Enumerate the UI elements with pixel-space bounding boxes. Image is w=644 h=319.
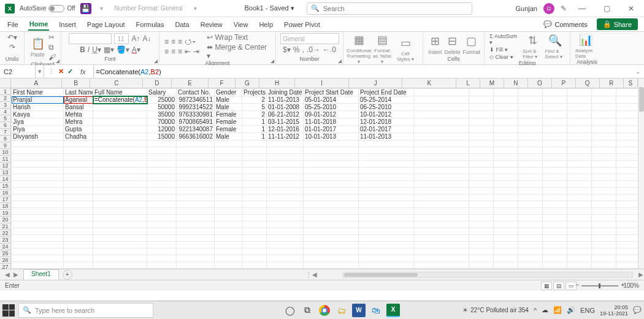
cell[interactable]: 11-11-2012 <box>267 133 304 140</box>
cell[interactable] <box>414 89 469 96</box>
cell[interactable] <box>414 154 469 161</box>
cell[interactable]: Mehra <box>64 118 93 126</box>
cell[interactable] <box>616 228 641 235</box>
tell-me-search[interactable]: 🔍 <box>307 2 472 15</box>
cell[interactable] <box>12 181 64 188</box>
format-cells-button[interactable]: ▢Format <box>463 34 481 55</box>
tab-help[interactable]: Help <box>258 19 274 30</box>
cell[interactable] <box>93 111 147 118</box>
cell[interactable] <box>616 133 641 140</box>
cell[interactable] <box>414 161 469 167</box>
cell[interactable] <box>93 262 147 269</box>
cell[interactable] <box>469 111 494 118</box>
cell[interactable] <box>469 269 494 269</box>
cell[interactable] <box>147 269 177 269</box>
cell[interactable]: 9992314522 <box>177 104 215 111</box>
cell[interactable] <box>592 269 616 269</box>
cell[interactable] <box>304 147 359 154</box>
cell[interactable] <box>616 104 641 111</box>
tab-insert[interactable]: Insert <box>58 19 77 30</box>
cell[interactable]: 2 <box>242 111 267 118</box>
cell[interactable] <box>12 167 64 174</box>
cell[interactable] <box>567 154 592 161</box>
cell[interactable] <box>12 201 64 208</box>
cell[interactable] <box>616 96 641 104</box>
expand-formula-bar-icon[interactable]: ⌄ <box>635 68 640 75</box>
cell[interactable] <box>567 161 592 167</box>
cell[interactable] <box>359 228 414 235</box>
share-button[interactable]: 🔒 Share <box>597 18 638 30</box>
cell[interactable] <box>215 167 242 174</box>
cell[interactable] <box>494 140 518 147</box>
column-header[interactable]: B <box>62 79 91 88</box>
cell[interactable] <box>414 201 469 208</box>
row-header[interactable]: 16 <box>0 190 10 196</box>
cell[interactable]: Mehta <box>64 111 93 118</box>
cell[interactable]: 9663616002 <box>177 133 215 140</box>
cell[interactable] <box>93 154 147 161</box>
cell[interactable] <box>543 118 567 126</box>
cell[interactable] <box>64 235 93 242</box>
row-header[interactable]: 11 <box>0 156 10 163</box>
cell[interactable]: 1 <box>242 126 267 133</box>
cell[interactable] <box>567 111 592 118</box>
cell[interactable] <box>242 221 267 228</box>
row-header[interactable]: 1 <box>0 88 10 95</box>
cell[interactable] <box>494 242 518 248</box>
cell[interactable] <box>93 161 147 167</box>
cell[interactable] <box>93 201 147 208</box>
cell[interactable]: Pranjal <box>12 96 64 104</box>
cell[interactable] <box>414 111 469 118</box>
cell[interactable] <box>567 174 592 181</box>
cell[interactable]: 9221340087 <box>177 126 215 133</box>
cell[interactable]: Male <box>215 104 242 111</box>
cell[interactable] <box>147 154 177 161</box>
cell[interactable] <box>242 255 267 262</box>
copy-icon[interactable]: ⧉ <box>48 43 56 52</box>
row-header[interactable]: 2 <box>0 95 10 102</box>
cell[interactable] <box>215 154 242 161</box>
cell[interactable] <box>12 147 64 154</box>
cell[interactable] <box>93 126 147 133</box>
vertical-scrollbar[interactable] <box>638 79 644 269</box>
column-header[interactable]: I <box>295 79 349 88</box>
analyze-data-button[interactable]: 📊Analyze Data <box>575 33 596 59</box>
cell[interactable] <box>616 167 641 174</box>
cell[interactable] <box>147 161 177 167</box>
cell[interactable] <box>12 221 64 228</box>
cell[interactable] <box>469 248 494 255</box>
cell[interactable] <box>304 215 359 221</box>
row-header[interactable]: 7 <box>0 129 10 136</box>
fill-color-icon[interactable]: 🪣▾ <box>117 45 129 54</box>
cell[interactable]: First Name <box>12 89 64 96</box>
cell[interactable] <box>592 96 616 104</box>
tray-volume-icon[interactable]: 🔊 <box>567 306 575 314</box>
cell[interactable] <box>304 167 359 174</box>
cell[interactable] <box>242 147 267 154</box>
cell[interactable] <box>518 262 543 269</box>
cell[interactable] <box>267 248 304 255</box>
cell[interactable] <box>518 167 543 174</box>
cell[interactable] <box>93 242 147 248</box>
cell[interactable] <box>567 126 592 133</box>
cell[interactable] <box>543 154 567 161</box>
tray-notifications-icon[interactable]: 💬 <box>633 306 642 314</box>
cell[interactable] <box>93 194 147 201</box>
currency-icon[interactable]: $▾ <box>283 45 291 54</box>
cell[interactable]: Male <box>215 96 242 104</box>
cell[interactable] <box>64 174 93 181</box>
cell[interactable] <box>494 96 518 104</box>
cell[interactable] <box>616 221 641 228</box>
cell[interactable] <box>64 255 93 262</box>
cell[interactable] <box>543 126 567 133</box>
cell[interactable] <box>592 235 616 242</box>
cell[interactable] <box>494 255 518 262</box>
cell[interactable] <box>414 133 469 140</box>
cell[interactable] <box>215 188 242 194</box>
row-header[interactable]: 13 <box>0 169 10 176</box>
minimize-button[interactable]: ― <box>573 0 591 17</box>
cell[interactable] <box>494 147 518 154</box>
cell[interactable] <box>242 248 267 255</box>
delete-cells-button[interactable]: ⊟Delete <box>445 34 461 55</box>
cell[interactable] <box>567 242 592 248</box>
